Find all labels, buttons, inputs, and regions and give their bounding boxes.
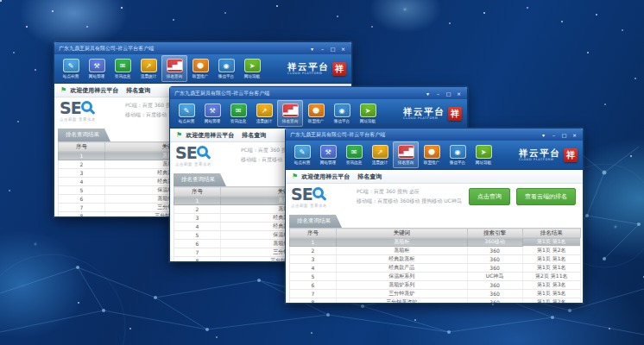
- column-header[interactable]: 序号: [174, 187, 221, 197]
- message-icon: ✉: [115, 59, 131, 72]
- seo-logo-caption: 点击刷新 查看排名: [175, 162, 234, 166]
- minimize-button[interactable]: –: [434, 90, 442, 97]
- results-tab[interactable]: 排名查询结果: [289, 215, 342, 228]
- table-row[interactable]: 5 保温柜系列 UC神马 第2页 第11名: [290, 273, 581, 281]
- magnifier-icon: [313, 187, 324, 198]
- lens-icon: ◉: [218, 59, 235, 72]
- results-table: 序号关键词搜索引擎排名结果 1 蒸箱柜 360移动 第1页 第1名 2 蒸箱柜 …: [289, 228, 581, 304]
- toolbar-item-label: 网站管理: [320, 160, 336, 165]
- column-header[interactable]: 关键词: [336, 229, 467, 238]
- column-header[interactable]: 搜索引擎: [467, 229, 522, 238]
- toolbar-item-site-nav[interactable]: ➤ 网址导航: [239, 55, 265, 82]
- toolbar-item-wechat-platform[interactable]: ◉ 微信平台: [445, 141, 470, 168]
- cell-engine: 360移动: [467, 238, 522, 247]
- toolbar-item-label: 流量统计: [141, 73, 156, 78]
- toolbar-item-site-nav[interactable]: ➤ 网址导航: [470, 141, 496, 168]
- seo-logo-text: SE: [175, 143, 197, 162]
- toolbar-item-site-nav[interactable]: ➤ 网址导航: [355, 100, 381, 127]
- window-titlebar[interactable]: 广东九鼎王厨具有限公司-祥云平台客户端 ▾ – □ ×: [54, 42, 351, 54]
- toolbar-item-label: 联盟推广: [193, 73, 208, 78]
- cell-index: 4: [174, 223, 221, 231]
- toolbar-item-traffic-stats[interactable]: ↗ 流量统计: [136, 55, 161, 82]
- toolbar-item-label: 微信平台: [218, 73, 234, 78]
- toolbar-item-news-info[interactable]: ✉ 资讯信息: [110, 55, 136, 82]
- seo-logo-caption: 点击刷新 查看排名: [60, 117, 118, 122]
- window-titlebar[interactable]: 广东九鼎王厨具有限公司-祥云平台客户端 ▾ – □ ×: [170, 87, 467, 99]
- column-header[interactable]: 序号: [59, 142, 105, 152]
- cell-keyword: 经典款蒸柜: [336, 255, 467, 264]
- brand-seal-icon: 祥: [564, 148, 578, 162]
- column-header[interactable]: 序号: [290, 229, 337, 238]
- toolbar-item-rank-query[interactable]: ▂▅█ 排名查询: [277, 100, 303, 127]
- cell-rank: 第1页 第1名: [522, 264, 580, 273]
- close-button[interactable]: ×: [455, 90, 463, 97]
- toolbar-item-site-check[interactable]: ✎ 站点检测: [289, 141, 315, 168]
- cell-index: 2: [59, 160, 105, 169]
- results-tab[interactable]: 排名查询结果: [174, 173, 226, 186]
- bar-chart-icon: ▂▅█: [282, 104, 299, 117]
- query-button[interactable]: 点击查询: [469, 188, 510, 205]
- cell-rank: 第1页 第3名: [522, 281, 580, 290]
- toolbar-item-site-manage[interactable]: ⚒ 网站管理: [199, 100, 225, 127]
- cell-index: 8: [174, 257, 221, 263]
- toolbar-item-label: 排名查询: [167, 73, 182, 78]
- toolbar-item-site-manage[interactable]: ⚒ 网站管理: [315, 141, 341, 168]
- view-cloud-rank-button[interactable]: 查看云端的排名: [516, 188, 576, 205]
- table-row[interactable]: 6 蒸箱炉系列 360 第1页 第3名: [290, 281, 581, 290]
- column-header[interactable]: 排名结果: [522, 229, 580, 238]
- main-toolbar: ✎ 站点检测 ⚒ 网站管理 ✉ 资讯信息 ↗ 流量统计 ▂▅█ 排名查询 ☻ 联…: [54, 54, 351, 84]
- toolbar-item-label: 排名查询: [398, 160, 414, 165]
- welcome-text: 欢迎使用祥云平台: [301, 172, 350, 181]
- toolbar-item-traffic-stats[interactable]: ↗ 流量统计: [251, 100, 277, 127]
- close-button[interactable]: ×: [571, 131, 578, 139]
- toolbar-item-news-info[interactable]: ✉ 资讯信息: [341, 141, 367, 168]
- table-row[interactable]: 1 蒸箱柜 360移动 第1页 第1名: [290, 238, 581, 247]
- cell-rank: 第1页 第5名: [522, 290, 580, 298]
- table-row[interactable]: 2 蒸箱柜 360 第1页 第2名: [290, 247, 581, 255]
- minimize-button[interactable]: –: [550, 131, 558, 139]
- seo-logo-text: SE: [60, 98, 81, 117]
- toolbar-item-site-check[interactable]: ✎ 站点检测: [174, 100, 199, 127]
- brand: 祥云平台 CLOUD PLATFORM 祥: [519, 141, 578, 169]
- window-titlebar[interactable]: 广东九鼎王厨具有限公司-祥云平台客户端 ▾ – □ ×: [286, 129, 583, 141]
- toolbar-item-rank-query[interactable]: ▂▅█ 排名查询: [393, 141, 419, 168]
- brand-subtitle: CLOUD PLATFORM: [519, 158, 560, 161]
- toolbar-item-label: 资讯信息: [346, 160, 362, 165]
- maximize-button[interactable]: □: [445, 90, 452, 97]
- toolbar-item-alliance-promo[interactable]: ☻ 联盟推广: [303, 100, 329, 127]
- toolbar-item-wechat-platform[interactable]: ◉ 微信平台: [329, 100, 355, 127]
- toolbar-item-label: 排名查询: [282, 118, 298, 123]
- toolbar-item-alliance-promo[interactable]: ☻ 联盟推广: [187, 55, 213, 82]
- maximize-button[interactable]: □: [329, 45, 337, 53]
- maximize-button[interactable]: □: [560, 131, 568, 139]
- toolbar-item-alliance-promo[interactable]: ☻ 联盟推广: [419, 141, 445, 168]
- table-row[interactable]: 8 三分钟蒸汽炉 360 第1页 第2名: [290, 298, 581, 304]
- close-button[interactable]: ×: [339, 45, 347, 53]
- toolbar-item-wechat-platform[interactable]: ◉ 微信平台: [213, 55, 239, 82]
- toolbar-items: ✎ 站点检测 ⚒ 网站管理 ✉ 资讯信息 ↗ 流量统计 ▂▅█ 排名查询 ☻ 联…: [174, 99, 381, 128]
- skin-button[interactable]: ▾: [540, 131, 547, 139]
- table-row[interactable]: 3 经典款蒸柜 360 第1页 第1名: [290, 255, 581, 264]
- cell-index: 1: [174, 197, 221, 205]
- magnifier-icon: [81, 101, 92, 112]
- toolbar-item-traffic-stats[interactable]: ↗ 流量统计: [367, 141, 393, 168]
- toolbar-item-news-info[interactable]: ✉ 资讯信息: [225, 100, 251, 127]
- skin-button[interactable]: ▾: [424, 90, 432, 97]
- toolbar-item-rank-query[interactable]: ▂▅█ 排名查询: [161, 55, 187, 82]
- brand-subtitle: CLOUD PLATFORM: [403, 116, 445, 120]
- table-row[interactable]: 7 三分钟蒸炉 360 第1页 第5名: [290, 290, 581, 298]
- skin-button[interactable]: ▾: [308, 45, 316, 53]
- toolbar-item-site-manage[interactable]: ⚒ 网站管理: [84, 55, 110, 82]
- cell-index: 7: [174, 248, 221, 257]
- seo-logo-caption: 点击刷新 查看排名: [291, 204, 350, 208]
- table-row[interactable]: 4 经典款产品 360 第1页 第1名: [290, 264, 581, 273]
- cell-index: 4: [290, 264, 337, 273]
- message-icon: ✉: [346, 145, 363, 159]
- toolbar-item-site-check[interactable]: ✎ 站点检测: [58, 55, 84, 82]
- cell-index: 3: [174, 214, 221, 223]
- results-tab[interactable]: 排名查询结果: [58, 129, 110, 141]
- pencil-icon: ✎: [294, 145, 311, 159]
- magnifier-icon: [197, 146, 208, 157]
- minimize-button[interactable]: –: [319, 45, 326, 53]
- cell-index: 6: [59, 195, 105, 204]
